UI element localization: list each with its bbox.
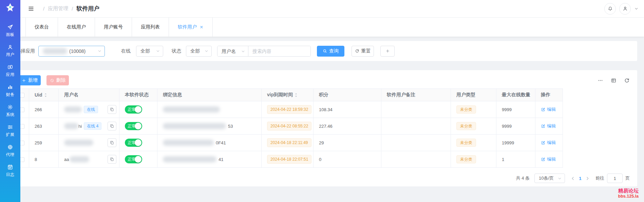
breadcrumb-parent[interactable]: 应用管理 <box>48 5 68 12</box>
edit-button[interactable]: 编辑 <box>541 140 556 146</box>
vip-cell: 2024-04-22 08:55:22 <box>262 118 314 135</box>
sidebar-item-finance[interactable]: 财务 <box>0 81 20 101</box>
add-filter-button[interactable] <box>380 46 395 57</box>
search-field-select[interactable]: 用户名 <box>217 46 248 57</box>
max-online-cell: 19999 <box>496 135 535 151</box>
app-select[interactable]: (10008) <box>38 46 105 57</box>
redacted-username <box>64 106 82 113</box>
note-cell <box>381 151 451 168</box>
sort-caret-icon[interactable] <box>44 93 47 98</box>
sidebar-item-system[interactable]: 系统 <box>0 101 20 121</box>
status-switch[interactable]: 正常 <box>125 122 142 130</box>
bell-icon <box>607 6 613 12</box>
column-header-本软件状态: 本软件状态 <box>119 89 157 101</box>
edit-button-label: 编辑 <box>547 123 556 129</box>
sort-caret-icon[interactable] <box>295 93 298 98</box>
sidebar-item-apps[interactable]: 应用 <box>0 61 20 81</box>
more-options-icon[interactable] <box>598 78 603 83</box>
uid-cell: 259 <box>29 135 59 151</box>
note-cell <box>381 101 451 118</box>
app-select-value: (10008) <box>69 48 86 54</box>
uid-value: 263 <box>35 124 42 129</box>
sidebar-item-panel[interactable]: 面板 <box>0 21 20 41</box>
goto-page-input[interactable] <box>607 174 623 183</box>
notifications-button[interactable] <box>604 3 616 15</box>
sidebar-item-users[interactable]: 用户 <box>0 41 20 61</box>
current-page[interactable]: 1 <box>575 176 585 181</box>
column-label: 本软件状态 <box>125 92 149 98</box>
column-header-inner: 软件用户备注 <box>387 92 448 98</box>
breadcrumb: / 应用管理 / 软件用户 <box>43 5 99 13</box>
points-cell: 227.46 <box>314 118 381 135</box>
column-header-inner: 绑定信息 <box>163 92 259 98</box>
prev-page-icon[interactable] <box>570 176 575 181</box>
edit-button[interactable]: 编辑 <box>541 106 556 113</box>
page-size-select[interactable]: 10条/页 <box>534 174 565 183</box>
max-online-cell: 9999 <box>496 101 535 118</box>
tab-用户账号[interactable]: 用户账号 <box>95 18 132 37</box>
status-cell: 正常 <box>119 151 157 168</box>
sidebar-item-logs[interactable]: 日志 <box>0 161 20 181</box>
uid-value: 266 <box>35 107 42 112</box>
delete-rows-button[interactable]: 删除 <box>46 75 69 85</box>
online-select-value: 全部 <box>140 48 150 54</box>
add-row-button[interactable]: 新增 <box>19 75 41 85</box>
search-input[interactable] <box>248 46 310 56</box>
vip-expiry-badge: 2024-04-22 08:55:22 <box>267 122 311 130</box>
reset-button[interactable]: 重置 <box>352 46 374 57</box>
binding-visible-text: 41 <box>219 157 223 162</box>
chevron-down-icon <box>204 49 209 53</box>
uid-value: 8 <box>35 157 37 162</box>
topbar-actions <box>604 3 639 15</box>
points-value: 227.46 <box>319 124 333 129</box>
watermark-line1: 精易论坛 <box>618 188 639 194</box>
switch-knob <box>135 106 141 113</box>
copy-username-button[interactable] <box>108 105 116 114</box>
search-group: 用户名 <box>217 46 311 57</box>
tab-软件用户[interactable]: 软件用户 <box>169 18 213 37</box>
copy-username-button[interactable] <box>108 155 116 164</box>
sidebar-item-extension[interactable]: 扩展 <box>0 121 20 141</box>
uid-cell: 263 <box>29 118 59 135</box>
column-header-绑定信息: 绑定信息 <box>157 89 262 101</box>
column-header-inner: 用户名 <box>64 92 116 98</box>
column-header-inner: 本软件状态 <box>125 92 154 98</box>
tab-应用列表[interactable]: 应用列表 <box>132 18 169 37</box>
column-settings-icon[interactable] <box>611 78 617 83</box>
status-switch[interactable]: 正常 <box>125 105 142 114</box>
status-switch[interactable]: 正常 <box>125 155 142 163</box>
column-header-操作: 操作 <box>535 89 563 101</box>
sidebar: 面板用户应用财务系统扩展代理日志 <box>0 0 20 202</box>
avatar[interactable] <box>619 3 631 15</box>
query-button[interactable]: 查询 <box>317 46 344 57</box>
logo-icon <box>4 2 16 14</box>
sidebar-item-agent[interactable]: 代理 <box>0 141 20 161</box>
next-page-icon[interactable] <box>585 176 590 181</box>
user-type-cell: 未分类 <box>451 118 496 135</box>
copy-username-button[interactable] <box>108 122 116 130</box>
status-switch[interactable]: 正常 <box>125 139 142 147</box>
vip-expiry-badge: 2024-04-18 22:11:49 <box>267 138 311 147</box>
copy-username-button[interactable] <box>108 138 116 147</box>
breadcrumb-current: 软件用户 <box>76 5 99 13</box>
binding-cell-inner: 0F41 <box>163 140 259 146</box>
collapse-menu-icon[interactable] <box>28 5 34 12</box>
close-tab-icon[interactable] <box>200 25 204 29</box>
username-visible-text: hi <box>78 124 82 129</box>
uid-cell: 266 <box>29 101 59 118</box>
tab-在线用户[interactable]: 在线用户 <box>58 18 95 37</box>
goto-unit: 页 <box>625 175 630 181</box>
profile-chevron-down-icon[interactable] <box>634 6 639 11</box>
tab-仪表台[interactable]: 仪表台 <box>25 18 58 37</box>
edit-button[interactable]: 编辑 <box>541 123 556 129</box>
points-value: 0 <box>319 157 321 162</box>
topbar: / 应用管理 / 软件用户 <box>20 0 644 18</box>
user-icon <box>7 44 13 50</box>
status-select-value: 全部 <box>190 48 200 54</box>
status-select[interactable]: 全部 <box>186 46 212 57</box>
column-header-Uid: Uid <box>29 89 59 101</box>
edit-button[interactable]: 编辑 <box>541 156 556 162</box>
online-select[interactable]: 全部 <box>136 46 163 57</box>
refresh-table-icon[interactable] <box>624 78 630 83</box>
edit-icon <box>541 140 546 145</box>
